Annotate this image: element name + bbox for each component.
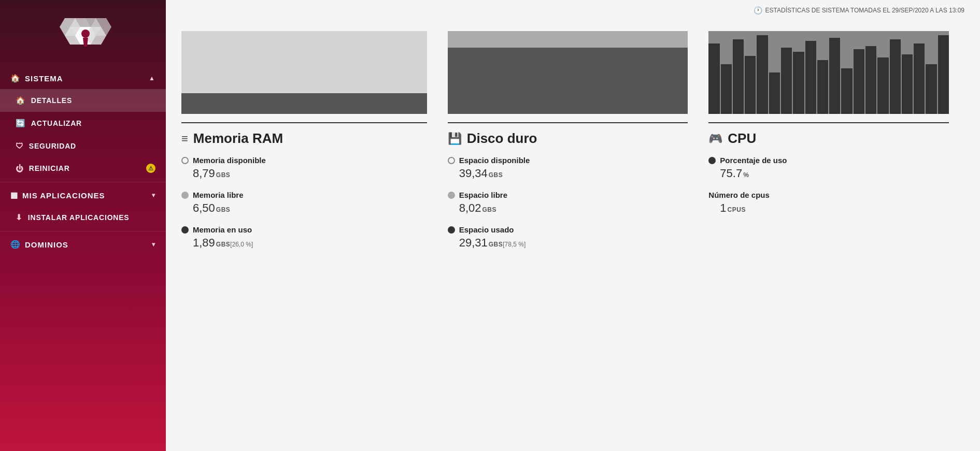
ram-free-label: Memoria libre: [193, 191, 244, 199]
cpu-title-row: 🎮 CPU: [708, 122, 949, 147]
chevron-up-icon: ▲: [149, 75, 155, 82]
sidebar-item-mis-aplicaciones[interactable]: ▦ MIS APLICACIONES ▾: [0, 184, 166, 206]
ram-bar-used: [181, 93, 427, 114]
disk-metric-used: Espacio usado 29,31GBS[78,5 %]: [448, 225, 688, 250]
dot-disk-used: [448, 226, 455, 234]
disk-used-label: Espacio usado: [459, 225, 514, 234]
cpu-bar: [721, 64, 732, 114]
nav-divider-1: [0, 182, 166, 182]
download-icon: ⬇: [16, 213, 23, 222]
dot-cpu-usage: [708, 157, 716, 164]
cpu-bar: [757, 35, 768, 114]
ram-metric-available: Memoria disponible 8,79GBS: [181, 156, 427, 180]
ram-available-value: 8,79GBS: [181, 167, 427, 180]
ram-metric-used: Memoria en uso 1,89GBS[26,0 %]: [181, 225, 427, 250]
ram-available-label: Memoria disponible: [193, 156, 266, 165]
refresh-icon: 🔄: [16, 119, 26, 128]
dot-ram-used: [181, 226, 189, 234]
sistema-label: SISTEMA: [25, 74, 63, 83]
ram-title: Memoria RAM: [193, 130, 283, 147]
cpu-bar: [829, 38, 840, 114]
globe-icon: 🌐: [10, 240, 21, 249]
logo-icon: [47, 16, 119, 57]
actualizar-label: ACTUALIZAR: [31, 119, 82, 127]
ram-used-label: Memoria en uso: [193, 225, 252, 234]
cpu-bar: [865, 46, 876, 114]
svg-marker-8: [83, 38, 88, 47]
grid-icon: ▦: [10, 191, 18, 200]
cpu-chart-area: [708, 31, 949, 114]
ram-bar-available: [181, 31, 427, 93]
cpu-usage-label: Porcentaje de uso: [720, 156, 787, 165]
instalar-label: INSTALAR APLICACIONES: [28, 213, 130, 222]
cpu-bar: [805, 41, 816, 114]
dot-ram-free: [181, 192, 189, 199]
cpu-bar: [890, 39, 901, 114]
sidebar-item-instalar-aplicaciones[interactable]: ⬇ INSTALAR APLICACIONES: [0, 206, 166, 229]
mis-aplicaciones-label: MIS APLICACIONES: [22, 191, 105, 200]
svg-point-7: [81, 30, 90, 38]
cpu-count-value: 1CPUS: [708, 201, 949, 215]
cpu-metric-count: Número de cpus 1CPUS: [708, 191, 949, 215]
cpu-bar: [841, 68, 852, 114]
shield-icon: 🛡: [16, 141, 24, 150]
cpu-bar: [745, 56, 756, 114]
cpu-bar: [793, 52, 804, 114]
disk-free-label: Espacio libre: [459, 191, 507, 199]
sidebar-item-reiniciar[interactable]: ⏻ REINICIAR ⚠: [0, 157, 166, 180]
power-icon: ⏻: [16, 164, 24, 173]
cpu-bar: [854, 49, 864, 114]
ram-chart: [181, 31, 427, 114]
disk-card: 💾 Disco duro Espacio disponible 39,34GBS…: [443, 31, 704, 270]
chevron-down-icon: ▾: [152, 192, 155, 199]
cpu-bar: [877, 57, 888, 114]
disk-chart: [448, 31, 688, 114]
sidebar: 🏠 SISTEMA ▲ 🏠 DETALLES 🔄 ACTUALIZAR 🛡 SE…: [0, 0, 166, 451]
dot-disk-free: [448, 192, 455, 199]
top-bar: 🕐 ESTADÍSTICAS DE SISTEMA TOMADAS EL 29/…: [166, 0, 980, 21]
disk-used-value: 29,31GBS[78,5 %]: [448, 236, 688, 250]
seguridad-label: SEGURIDAD: [29, 142, 76, 150]
disk-metric-free: Espacio libre 8,02GBS: [448, 191, 688, 215]
dominios-label: DOMINIOS: [25, 240, 68, 249]
ram-free-value: 6,50GBS: [181, 201, 427, 215]
cpu-metric-usage: Porcentaje de uso 75.7%: [708, 156, 949, 180]
cpu-title: CPU: [728, 130, 756, 147]
warning-badge: ⚠: [146, 164, 155, 173]
ram-title-row: ≡ Memoria RAM: [181, 122, 427, 147]
timestamp-label: ESTADÍSTICAS DE SISTEMA TOMADAS EL 29/SE…: [765, 7, 964, 14]
logo-area: [0, 0, 166, 67]
detalles-label: DETALLES: [31, 96, 72, 105]
disk-free-value: 8,02GBS: [448, 201, 688, 215]
sidebar-item-seguridad[interactable]: 🛡 SEGURIDAD: [0, 135, 166, 157]
ram-card: ≡ Memoria RAM Memoria disponible 8,79GBS…: [181, 31, 443, 270]
cpu-bar: [781, 48, 792, 114]
nav-divider-2: [0, 231, 166, 231]
reiniciar-label: REINICIAR: [29, 164, 70, 172]
cpu-bar: [938, 35, 949, 114]
sidebar-item-actualizar[interactable]: 🔄 ACTUALIZAR: [0, 112, 166, 135]
disk-available-label: Espacio disponible: [459, 156, 530, 165]
dot-ram-available: [181, 157, 189, 164]
cpu-icon: 🎮: [708, 132, 722, 146]
cpu-bar-chart: [708, 31, 949, 114]
cpu-bar: [926, 64, 936, 114]
sidebar-item-detalles[interactable]: 🏠 DETALLES: [0, 89, 166, 112]
ram-metric-free: Memoria libre 6,50GBS: [181, 191, 427, 215]
cpu-bar: [733, 39, 744, 114]
sidebar-item-dominios[interactable]: 🌐 DOMINIOS ▾: [0, 234, 166, 255]
cpu-bar: [708, 43, 719, 114]
disk-bar-used: [448, 48, 688, 114]
disk-title: Disco duro: [467, 130, 537, 147]
ram-icon: ≡: [181, 132, 188, 146]
cpu-bar: [914, 43, 925, 114]
disk-bar-free: [448, 31, 688, 48]
sidebar-item-sistema[interactable]: 🏠 SISTEMA ▲: [0, 67, 166, 89]
disk-icon: 💾: [448, 132, 462, 146]
cpu-card: 🎮 CPU Porcentaje de uso 75.7% Número de …: [703, 31, 964, 270]
home-small-icon: 🏠: [16, 96, 26, 105]
chevron-down-icon-2: ▾: [152, 241, 155, 248]
dashboard: ≡ Memoria RAM Memoria disponible 8,79GBS…: [166, 21, 980, 286]
cpu-count-label: Número de cpus: [708, 191, 770, 199]
cpu-bar: [817, 60, 828, 114]
